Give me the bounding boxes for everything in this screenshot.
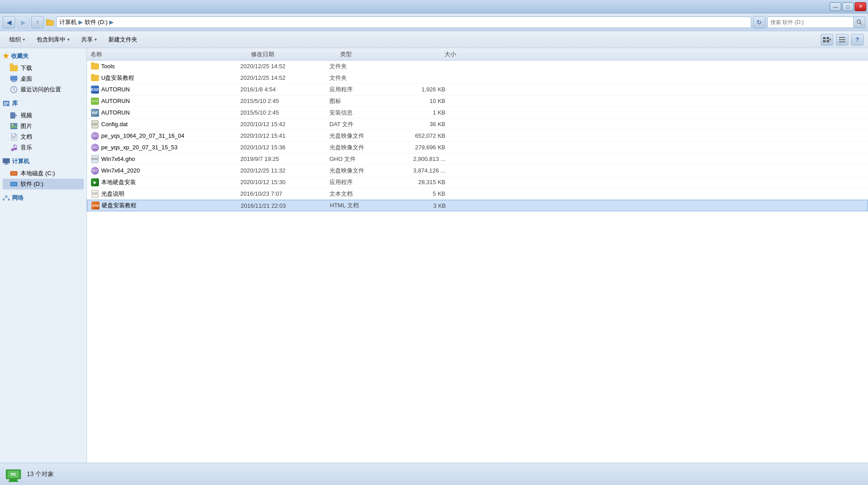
file-date: 2020/10/12 15:30 (240, 179, 329, 185)
table-row[interactable]: Tools 2020/12/25 14:52 文件夹 (87, 61, 868, 72)
forward-button[interactable]: ▶ (17, 16, 29, 29)
downloads-label: 下载 (21, 64, 32, 72)
computer-section: 计算机 本地磁盘 (C:) (3, 157, 84, 189)
search-input[interactable] (768, 19, 853, 25)
library-header[interactable]: 库 (3, 99, 84, 107)
file-size: 10 KB (401, 98, 454, 104)
svg-rect-8 (839, 37, 845, 38)
breadcrumb-sep-1: ▶ (78, 19, 83, 25)
file-icon: TXT (91, 190, 99, 198)
library-section: 库 视频 图片 (3, 99, 84, 153)
table-row[interactable]: ▶ 本地硬盘安装 2020/10/12 15:30 应用程序 28,315 KB (87, 177, 868, 188)
file-size: 1,926 KB (401, 86, 454, 93)
sidebar-item-recent[interactable]: 最近访问的位置 (3, 84, 84, 95)
svg-rect-34 (5, 163, 8, 164)
table-row[interactable]: INF AUTORUN 2015/5/10 2:45 安装信息 1 KB (87, 107, 868, 119)
computer-label: 计算机 (12, 157, 29, 165)
sidebar-item-pictures[interactable]: 图片 (3, 121, 84, 132)
file-name: AUTORUN (101, 98, 130, 104)
breadcrumb[interactable]: 计算机 ▶ 软件 (D:) ▶ (56, 16, 751, 28)
file-type: 文件夹 (329, 62, 401, 70)
table-row[interactable]: GHO Win7x64.gho 2019/9/7 19:25 GHO 文件 2,… (87, 153, 868, 165)
svg-rect-52 (8, 481, 18, 482)
downloads-icon (10, 65, 18, 72)
svg-point-28 (11, 148, 14, 151)
breadcrumb-computer[interactable]: 计算机 (59, 18, 77, 26)
search-button[interactable] (853, 17, 865, 28)
svg-line-31 (14, 145, 17, 146)
organize-label: 组织 (9, 36, 21, 44)
file-size: 3,874,126 ... (401, 167, 454, 174)
pictures-icon (10, 123, 18, 130)
sidebar: ★ 收藏夹 下载 桌面 (0, 48, 87, 463)
add-to-library-button[interactable]: 包含到库中 ▾ (32, 33, 74, 46)
table-row[interactable]: ISO Win7x64_2020 2020/12/25 11:32 光盘映像文件… (87, 165, 868, 177)
details-view-button[interactable] (836, 34, 848, 45)
refresh-button[interactable]: ↻ (753, 16, 765, 29)
sidebar-item-desktop[interactable]: 桌面 (3, 74, 84, 84)
sidebar-item-drive-c[interactable]: 本地磁盘 (C:) (3, 168, 84, 179)
svg-rect-51 (9, 479, 17, 481)
table-row[interactable]: U盘安装教程 2020/12/25 14:52 文件夹 (87, 72, 868, 84)
col-date-header[interactable]: 修改日期 (251, 50, 340, 58)
location-icon (45, 18, 54, 27)
computer-header[interactable]: 计算机 (3, 157, 84, 165)
svg-point-45 (3, 199, 4, 201)
library-label: 库 (12, 99, 18, 107)
file-size: 652,072 KB (401, 132, 454, 139)
back-button[interactable]: ◀ (3, 16, 15, 29)
drive-c-icon (10, 170, 18, 177)
computer-icon (3, 158, 10, 164)
file-area: 名称 修改日期 类型 大小 Tools 2020/12/25 14:52 文件夹… (87, 48, 868, 463)
table-row[interactable]: TXT 光盘说明 2016/10/23 7:07 文本文档 5 KB (87, 188, 868, 200)
file-icon: EXE (91, 86, 99, 94)
maximize-button[interactable]: □ (842, 2, 854, 11)
breadcrumb-sep-2: ▶ (109, 19, 114, 25)
col-size-header[interactable]: 大小 (411, 50, 465, 58)
minimize-button[interactable]: — (830, 2, 841, 11)
svg-point-24 (12, 124, 13, 126)
svg-rect-4 (823, 37, 826, 39)
new-folder-button[interactable]: 新建文件夹 (103, 33, 142, 46)
share-button[interactable]: 共享 ▾ (76, 33, 102, 46)
sidebar-item-documents[interactable]: 文档 (3, 132, 84, 142)
favorites-star-icon: ★ (3, 52, 9, 60)
documents-icon (10, 133, 18, 140)
file-icon: ICO (91, 97, 99, 105)
favorites-header[interactable]: ★ 收藏夹 (3, 52, 84, 60)
table-row[interactable]: ISO pe_yqs_1064_20_07_31_16_04 2020/10/1… (87, 130, 868, 142)
sidebar-item-video[interactable]: 视频 (3, 110, 84, 121)
table-row[interactable]: EXE AUTORUN 2016/1/8 4:54 应用程序 1,926 KB (87, 84, 868, 95)
organize-button[interactable]: 组织 ▾ (4, 33, 30, 46)
view-options-button[interactable]: ▾ (821, 34, 833, 45)
help-button[interactable]: ? (851, 34, 864, 45)
table-row[interactable]: HTM 硬盘安装教程 2016/11/21 22:03 HTML 文档 3 KB (87, 200, 868, 211)
table-row[interactable]: ICO AUTORUN 2015/5/10 2:45 图标 10 KB (87, 95, 868, 107)
table-row[interactable]: DAT Config.dat 2020/10/12 15:42 DAT 文件 3… (87, 119, 868, 130)
file-size: 36 KB (401, 121, 454, 127)
file-type: HTML 文档 (330, 201, 401, 210)
title-bar-buttons: — □ ✕ (830, 2, 866, 11)
file-type: 应用程序 (329, 178, 401, 186)
svg-rect-11 (10, 76, 17, 81)
breadcrumb-drive[interactable]: 软件 (D:) (85, 18, 107, 26)
view-arrow: ▾ (829, 37, 831, 42)
file-type: 文本文档 (329, 190, 401, 198)
close-button[interactable]: ✕ (855, 2, 866, 11)
file-size: 28,315 KB (401, 179, 454, 185)
svg-point-46 (8, 199, 10, 201)
network-header[interactable]: 网络 (3, 194, 84, 202)
up-button[interactable]: ↑ (31, 16, 44, 29)
desktop-icon (10, 75, 18, 82)
svg-rect-33 (3, 158, 10, 163)
file-type: 图标 (329, 97, 401, 105)
share-label: 共享 (81, 36, 93, 44)
file-type: 安装信息 (329, 109, 401, 117)
table-row[interactable]: ISO pe_yqs_xp_20_07_31_15_53 2020/10/12 … (87, 142, 868, 153)
col-type-header[interactable]: 类型 (340, 50, 411, 58)
sidebar-item-downloads[interactable]: 下载 (3, 63, 84, 74)
col-name-header[interactable]: 名称 (91, 50, 251, 58)
svg-rect-12 (12, 81, 16, 82)
sidebar-item-music[interactable]: 音乐 (3, 142, 84, 153)
sidebar-item-drive-d[interactable]: 软件 (D:) (3, 179, 84, 189)
